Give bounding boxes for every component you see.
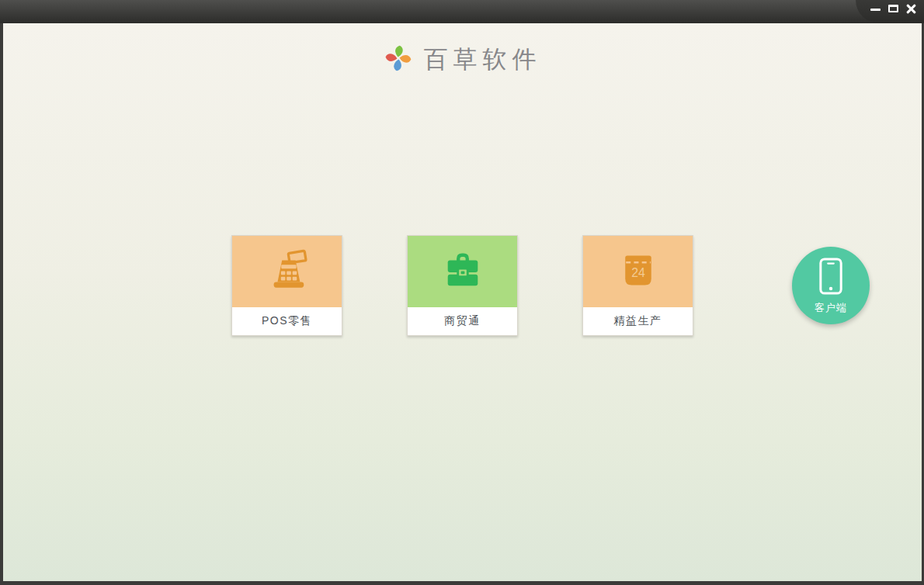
pinwheel-icon [384,43,413,76]
client-button-label: 客户端 [815,301,847,315]
client-button[interactable]: 客户端 [792,247,870,324]
brand-header: 百草软件 [3,23,922,76]
maximize-icon [888,5,898,12]
product-card-lean[interactable]: 24 精益生产 [582,235,693,336]
lean-card-label: 精益生产 [583,307,693,335]
close-button[interactable] [905,4,916,13]
app-title: 百草软件 [424,43,542,76]
pos-card-tile [232,236,342,307]
trade-card-label: 商贸通 [408,307,517,335]
titlebar[interactable] [0,0,924,23]
product-card-trade[interactable]: 商贸通 [407,235,518,336]
window-controls [856,0,924,23]
app-window: 百草软件 [0,0,924,585]
smartphone-icon [818,257,843,299]
briefcase-icon [440,249,485,294]
main-content: 百草软件 [3,23,922,581]
calendar-day-number: 24 [631,266,645,279]
cash-register-icon [265,248,310,295]
lean-card-tile: 24 [583,236,693,307]
calendar-icon: 24 [617,249,660,294]
pos-card-label: POS零售 [232,307,342,335]
minimize-icon [870,9,881,11]
minimize-button[interactable] [870,4,881,13]
close-icon [906,5,916,13]
maximize-button[interactable] [888,4,898,13]
trade-card-tile [408,236,517,307]
product-card-pos[interactable]: POS零售 [231,235,342,336]
